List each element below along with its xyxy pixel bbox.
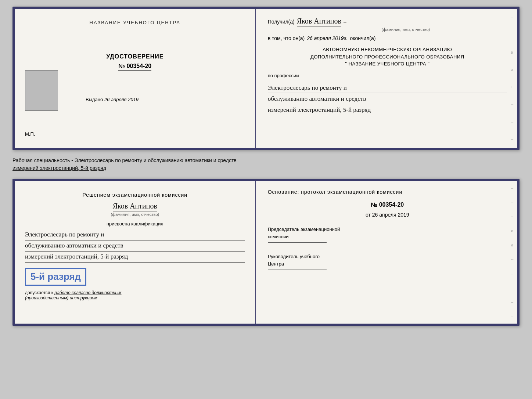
mp-label: М.П. xyxy=(25,131,35,137)
deco-dash-3: – xyxy=(511,101,513,107)
rukovoditel-line1: Руководитель учебного xyxy=(268,253,507,260)
predsedatel-line2: комиссии xyxy=(268,233,507,241)
dopuskaetsya-italic1: работе согласно должностным xyxy=(54,290,121,295)
top-certificate: НАЗВАНИЕ УЧЕБНОГО ЦЕНТРА УДОСТОВЕРЕНИЕ №… xyxy=(12,7,520,150)
resheniem-text: Решением экзаменационной комиссии xyxy=(25,191,245,199)
cert-center-block: УДОСТОВЕРЕНИЕ № 00354-20 xyxy=(106,53,163,71)
bottom-cert-right: Основание: протокол экзаменационной коми… xyxy=(256,181,517,324)
bottom-cert-left: Решением экзаменационной комиссии Яков А… xyxy=(15,181,256,324)
resheniem-label: Решением экзаменационной комиссии xyxy=(82,192,187,198)
qual-line2: обслуживанию автоматики и средств xyxy=(25,241,245,252)
ot-date-line: от 26 апреля 2019 xyxy=(268,212,507,218)
rukovoditel-block: Руководитель учебного Центра xyxy=(268,253,507,272)
profession-block: Электрослесарь по ремонту и обслуживанию… xyxy=(268,82,507,115)
dopuskaetsya-prefix: допускается к xyxy=(25,290,53,295)
deco-b-dash-6: – xyxy=(511,299,513,305)
deco-dash-arrow: ← xyxy=(510,84,514,90)
deco-b-dash-2: – xyxy=(511,200,513,205)
bottom-certificate: Решением экзаменационной комиссии Яков А… xyxy=(12,179,520,326)
protocol-number: № 00354-20 xyxy=(268,202,507,208)
vydano-label: Выдано xyxy=(86,97,103,102)
top-cert-right: Получил(а) Яков Антипов – (фамилия, имя,… xyxy=(256,9,517,148)
profession-line2: обслуживанию автоматики и средств xyxy=(268,94,507,104)
okonchil-label: окончил(а) xyxy=(350,35,375,41)
deco-b-dash-5: – xyxy=(511,285,513,291)
fio-label-top: (фамилия, имя, отчество) xyxy=(305,27,507,32)
udostoverenie-label: УДОСТОВЕРЕНИЕ xyxy=(106,53,163,60)
rukovoditel-signature xyxy=(268,270,327,270)
middle-text-line2: измерений электростанций, 5-й разряд xyxy=(12,165,106,171)
deco-dash-4: – xyxy=(511,119,513,125)
qual-line3: измерений электростанций, 5-й разряд xyxy=(25,252,245,263)
deco-b-dash-7: – xyxy=(511,314,513,319)
fio-small-bottom: (фамилия, имя, отчество) xyxy=(111,212,159,217)
photo-placeholder xyxy=(25,70,58,111)
vtom-label: в том, что он(а) xyxy=(268,35,305,41)
qual-line1: Электрослесарь по ремонту и xyxy=(25,229,245,241)
deco-b-dash-3: – xyxy=(511,214,513,219)
deco-dash-а: а xyxy=(511,67,513,72)
deco-b-dash-4: – xyxy=(511,271,513,277)
deco-b-dash-а: а xyxy=(511,242,513,248)
org-line3: " НАЗВАНИЕ УЧЕБНОГО ЦЕНТРА " xyxy=(268,60,507,68)
razryad-badge: 5-й разряд xyxy=(25,268,86,286)
prisvoena-label: присвоена квалификация xyxy=(25,221,245,227)
deco-dash-1: – xyxy=(511,15,513,20)
ot-date-value: 26 апреля 2019 xyxy=(372,212,409,218)
deco-dash-и: и xyxy=(511,50,513,55)
org-line2: ДОПОЛНИТЕЛЬНОГО ПРОФЕССИОНАЛЬНОГО ОБРАЗО… xyxy=(268,53,507,61)
dopuskaetsya-italic2: (производственным) инструкциям xyxy=(25,295,97,300)
poluchil-label: Получил(а) xyxy=(268,19,295,25)
deco-b-dash-и: и xyxy=(511,228,513,234)
deco-b-dash-1: – xyxy=(511,185,513,191)
predsedatel-line1: Председатель экзаменационной xyxy=(268,226,507,233)
org-line1: АВТОНОМНУЮ НЕКОММЕРЧЕСКУЮ ОРГАНИЗАЦИЮ xyxy=(268,46,507,53)
recipient-name: Яков Антипов xyxy=(297,17,341,26)
razryad-section: 5-й разряд xyxy=(25,266,245,286)
org-name-top: НАЗВАНИЕ УЧЕБНОГО ЦЕНТРА xyxy=(25,20,245,27)
profession-line3: измерений электростанций, 5-й разряд xyxy=(268,105,507,115)
predsedatel-signature xyxy=(268,242,327,243)
predsedatel-block: Председатель экзаменационной комиссии xyxy=(268,226,507,245)
right-deco: – – и а ← – – – xyxy=(509,9,515,148)
middle-text-block: Рабочая специальность - Электрослесарь п… xyxy=(12,155,520,174)
deco-dash-2: – xyxy=(511,32,513,38)
vydano-line: Выдано 26 апреля 2019 xyxy=(86,97,265,102)
bottom-right-deco: – – – и а ← – – – – xyxy=(509,181,515,324)
top-cert-left: НАЗВАНИЕ УЧЕБНОГО ЦЕНТРА УДОСТОВЕРЕНИЕ №… xyxy=(15,9,256,148)
ot-label: от xyxy=(366,212,371,218)
cert-number: № 00354-20 xyxy=(118,63,151,71)
qual-block: Электрослесарь по ремонту и обслуживанию… xyxy=(25,229,245,263)
vydano-date: 26 апреля 2019 xyxy=(104,97,139,102)
middle-text-line1: Рабочая специальность - Электрослесарь п… xyxy=(12,157,237,163)
deco-dash-5: – xyxy=(511,136,513,142)
org-block: АВТОНОМНУЮ НЕКОММЕРЧЕСКУЮ ОРГАНИЗАЦИЮ ДО… xyxy=(268,46,507,68)
vtom-line: в том, что он(а) 26 апреля 2019г. окончи… xyxy=(268,35,507,42)
deco-b-dash-arrow: ← xyxy=(510,257,514,262)
rukovoditel-line2: Центра xyxy=(268,260,507,268)
recipient-line: Получил(а) Яков Антипов – xyxy=(268,17,507,26)
vtom-date: 26 апреля 2019г. xyxy=(307,35,348,42)
dopuskaetsya-block: допускается к работе согласно должностны… xyxy=(25,290,245,300)
profession-line1: Электрослесарь по ремонту и xyxy=(268,83,507,93)
osnovanie-text: Основание: протокол экзаменационной коми… xyxy=(268,189,507,195)
po-professii: по профессии xyxy=(268,73,507,78)
person-name: Яков Антипов xyxy=(113,202,157,211)
